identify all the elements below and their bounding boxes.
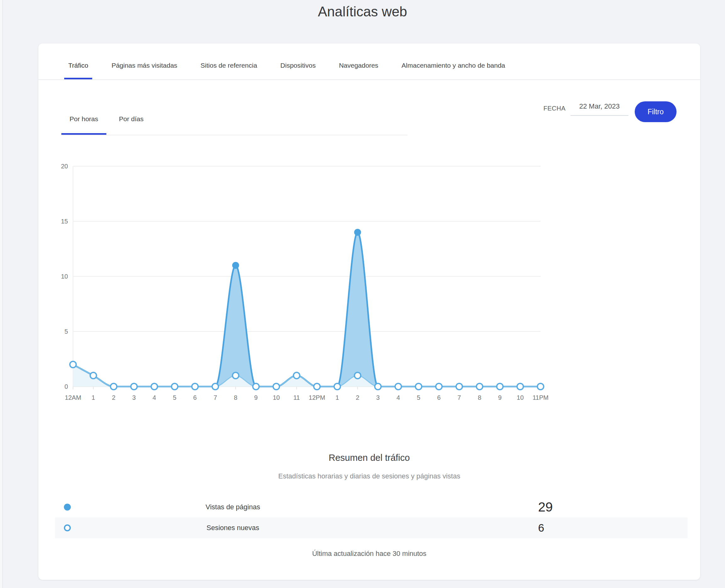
y-axis-tick-label: 20	[61, 163, 68, 170]
x-axis-tick-label: 8	[478, 394, 481, 401]
x-axis-tick-label: 8	[234, 394, 237, 401]
y-axis-tick-label: 15	[61, 218, 68, 225]
x-axis-tick-label: 1	[336, 394, 339, 401]
legend-row-sessions: Sesiones nuevas 6	[55, 518, 687, 538]
sessions-point	[497, 383, 503, 390]
pageviews-point	[232, 262, 239, 269]
sessions-point	[314, 383, 320, 390]
sessions-point	[395, 383, 402, 390]
x-axis-tick-label: 5	[417, 394, 420, 401]
x-axis-tick-label: 12AM	[65, 394, 81, 401]
last-updated-text: Última actualización hace 30 minutos	[38, 550, 700, 558]
summary-title: Resumen del tráfico	[38, 453, 700, 463]
tab-navegadores[interactable]: Navegadores	[335, 43, 382, 79]
pageviews-line	[73, 232, 540, 386]
sessions-value: 6	[538, 522, 544, 534]
x-axis-tick-label: 3	[132, 394, 136, 401]
subtab-por-horas[interactable]: Por horas	[61, 101, 106, 135]
x-axis-tick-label: 7	[214, 394, 217, 401]
tab-dispositivos[interactable]: Dispositivos	[276, 43, 320, 79]
x-axis-tick-label: 10	[273, 394, 280, 401]
sessions-point	[110, 383, 117, 390]
traffic-chart-svg: 0510152012AM123456789101112PM12345678910…	[44, 159, 567, 411]
window-left-edge	[0, 0, 3, 588]
x-axis-tick-label: 2	[112, 394, 115, 401]
x-axis-tick-label: 1	[91, 394, 95, 401]
sessions-point	[253, 383, 259, 390]
analytics-card: Tráfico Páginas más visitadas Sitios de …	[38, 43, 700, 580]
legend: Vistas de páginas 29 Sesiones nuevas 6	[55, 497, 687, 538]
pageviews-value: 29	[538, 500, 553, 514]
sessions-point	[294, 372, 300, 379]
sessions-point	[90, 372, 97, 379]
sessions-point	[70, 361, 76, 368]
x-axis-tick-label: 4	[397, 394, 400, 401]
pageviews-area	[73, 232, 540, 386]
sessions-point	[436, 383, 442, 390]
tab-paginas[interactable]: Páginas más visitadas	[107, 43, 181, 79]
x-axis-tick-label: 9	[498, 394, 502, 401]
x-axis-tick-label: 3	[376, 394, 380, 401]
x-axis-tick-label: 6	[437, 394, 441, 401]
sessions-point	[334, 383, 340, 390]
tab-referencia[interactable]: Sitios de referencia	[196, 43, 261, 79]
x-axis-tick-label: 5	[173, 394, 176, 401]
y-axis-tick-label: 0	[64, 383, 68, 390]
x-axis-tick-label: 9	[254, 394, 258, 401]
sessions-point	[233, 372, 239, 379]
sessions-area	[73, 364, 540, 386]
x-axis-tick-label: 11	[293, 394, 300, 401]
legend-row-pageviews: Vistas de páginas 29	[55, 497, 687, 518]
x-axis-tick-label: 4	[153, 394, 156, 401]
sessions-marker-icon	[64, 524, 71, 531]
sessions-point	[517, 383, 523, 390]
filter-button[interactable]: Filtro	[635, 101, 677, 122]
x-axis-tick-label: 7	[457, 394, 461, 401]
date-input[interactable]: 22 Mar, 2023	[571, 100, 628, 116]
sessions-point	[131, 383, 137, 390]
tab-almacenamiento[interactable]: Almacenamiento y ancho de banda	[398, 43, 509, 79]
tab-bar: Tráfico Páginas más visitadas Sitios de …	[38, 43, 700, 80]
x-axis-tick-label: 6	[193, 394, 197, 401]
sessions-label: Sesiones nuevas	[201, 524, 264, 532]
pageviews-label: Vistas de páginas	[201, 503, 264, 511]
pageviews-point	[354, 229, 361, 236]
subtab-por-dias[interactable]: Por días	[111, 101, 152, 135]
page-title: Analíticas web	[0, 4, 725, 20]
sessions-point	[415, 383, 422, 390]
y-axis-tick-label: 10	[61, 273, 68, 280]
sessions-point	[476, 383, 483, 390]
x-axis-tick-label: 2	[356, 394, 359, 401]
sessions-point	[354, 372, 361, 379]
x-axis-tick-label: 10	[517, 394, 524, 401]
x-axis-tick-label: 11PM	[532, 394, 549, 401]
sessions-point	[375, 383, 381, 390]
sessions-point	[192, 383, 198, 390]
traffic-chart: 0510152012AM123456789101112PM12345678910…	[44, 159, 567, 411]
y-axis-tick-label: 5	[64, 328, 68, 335]
x-axis-tick-label: 12PM	[309, 394, 325, 401]
date-field-label: FECHA	[543, 105, 566, 112]
sessions-point	[537, 383, 544, 390]
sessions-point	[212, 383, 218, 390]
tab-trafico[interactable]: Tráfico	[64, 43, 92, 79]
summary-subtitle: Estadísticas horarias y diarias de sesio…	[38, 472, 700, 480]
sessions-point	[171, 383, 178, 390]
sessions-point	[151, 383, 157, 390]
subtab-bar: Por horas Por días	[61, 101, 407, 135]
sessions-point	[456, 383, 462, 390]
sessions-point	[273, 383, 279, 390]
pageviews-marker-icon	[64, 504, 71, 510]
